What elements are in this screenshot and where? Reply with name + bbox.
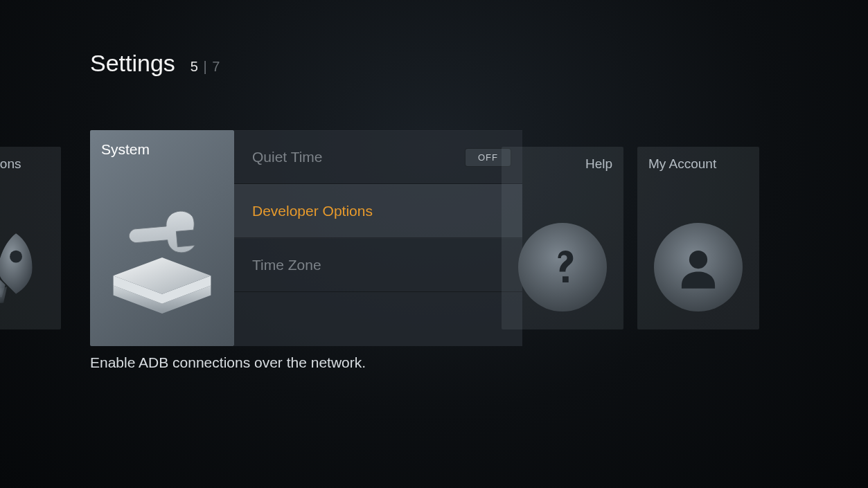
- settings-carousel: Applications System: [0, 130, 868, 346]
- system-device-icon: [101, 194, 223, 316]
- tile-applications-label: Applications: [0, 156, 61, 172]
- page-index-current: 5: [191, 59, 198, 74]
- tile-system-label: System: [90, 141, 234, 158]
- tile-applications[interactable]: Applications: [0, 147, 61, 329]
- tile-help-label: Help: [502, 156, 623, 172]
- submenu-item-time-zone[interactable]: Time Zone: [234, 238, 522, 292]
- svg-point-0: [10, 251, 22, 263]
- tile-system[interactable]: System: [90, 130, 234, 346]
- tile-help[interactable]: Help: [502, 147, 623, 329]
- svg-point-4: [689, 251, 707, 269]
- question-icon: [518, 223, 607, 311]
- submenu-item-label: Quiet Time: [252, 149, 465, 165]
- submenu-item-label: Time Zone: [252, 257, 511, 273]
- page-index-separator: |: [200, 59, 211, 74]
- page-index: 5 | 7: [191, 59, 220, 75]
- person-icon: [654, 223, 743, 311]
- page-title: Settings: [90, 50, 175, 77]
- system-submenu: Quiet Time OFF Developer Options Time Zo…: [234, 130, 522, 346]
- submenu-item-developer-options[interactable]: Developer Options: [234, 184, 522, 238]
- submenu-item-quiet-time[interactable]: Quiet Time OFF: [234, 130, 522, 184]
- description-text: Enable ADB connections over the network.: [90, 354, 366, 371]
- rocket-icon: [0, 223, 44, 311]
- tile-my-account-label: My Account: [637, 156, 759, 172]
- tile-my-account[interactable]: My Account: [637, 147, 759, 329]
- submenu-item-label: Developer Options: [252, 203, 511, 219]
- page-index-total: 7: [212, 59, 220, 74]
